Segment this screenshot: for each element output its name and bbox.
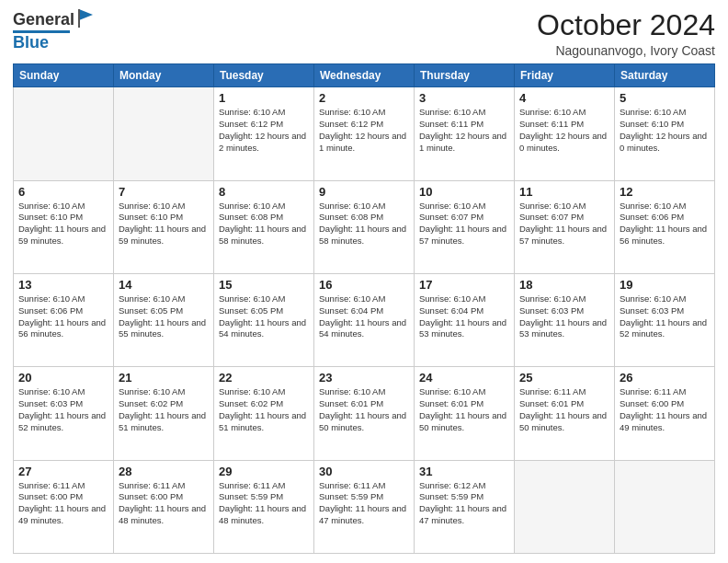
table-row: 30Sunrise: 6:11 AM Sunset: 5:59 PM Dayli… xyxy=(314,460,415,553)
day-number: 11 xyxy=(519,185,609,199)
location: Nagounanvogo, Ivory Coast xyxy=(537,43,715,58)
title-block: October 2024 Nagounanvogo, Ivory Coast xyxy=(537,9,715,58)
logo-blue-text: Blue xyxy=(13,33,49,52)
table-row: 9Sunrise: 6:10 AM Sunset: 6:08 PM Daylig… xyxy=(314,180,415,273)
table-row: 8Sunrise: 6:10 AM Sunset: 6:08 PM Daylig… xyxy=(214,180,314,273)
day-number: 31 xyxy=(419,465,509,478)
calendar-week-row: 13Sunrise: 6:10 AM Sunset: 6:06 PM Dayli… xyxy=(14,273,715,366)
day-info: Sunrise: 6:10 AM Sunset: 6:03 PM Dayligh… xyxy=(519,293,609,340)
table-row: 24Sunrise: 6:10 AM Sunset: 6:01 PM Dayli… xyxy=(415,367,515,460)
table-row: 1Sunrise: 6:10 AM Sunset: 6:12 PM Daylig… xyxy=(214,87,314,180)
day-number: 3 xyxy=(419,91,509,105)
calendar-week-row: 1Sunrise: 6:10 AM Sunset: 6:12 PM Daylig… xyxy=(14,87,715,180)
day-number: 28 xyxy=(119,465,209,478)
day-info: Sunrise: 6:10 AM Sunset: 6:07 PM Dayligh… xyxy=(519,201,609,247)
table-row: 4Sunrise: 6:10 AM Sunset: 6:11 PM Daylig… xyxy=(515,87,615,180)
day-number: 29 xyxy=(219,465,309,478)
col-monday: Monday xyxy=(114,64,214,87)
day-info: Sunrise: 6:10 AM Sunset: 6:05 PM Dayligh… xyxy=(119,293,209,340)
day-info: Sunrise: 6:10 AM Sunset: 6:12 PM Dayligh… xyxy=(219,107,309,154)
calendar-week-row: 27Sunrise: 6:11 AM Sunset: 6:00 PM Dayli… xyxy=(14,460,715,553)
day-number: 6 xyxy=(18,185,108,199)
table-row: 29Sunrise: 6:11 AM Sunset: 5:59 PM Dayli… xyxy=(214,460,314,553)
day-number: 17 xyxy=(419,278,509,292)
calendar-header-row: Sunday Monday Tuesday Wednesday Thursday… xyxy=(14,64,715,87)
table-row: 27Sunrise: 6:11 AM Sunset: 6:00 PM Dayli… xyxy=(14,460,114,553)
day-info: Sunrise: 6:10 AM Sunset: 6:02 PM Dayligh… xyxy=(119,386,209,433)
table-row: 11Sunrise: 6:10 AM Sunset: 6:07 PM Dayli… xyxy=(515,180,615,273)
day-info: Sunrise: 6:10 AM Sunset: 6:12 PM Dayligh… xyxy=(319,107,409,154)
day-number: 22 xyxy=(219,371,309,385)
table-row xyxy=(114,87,214,180)
day-number: 7 xyxy=(119,185,209,199)
day-number: 20 xyxy=(18,371,108,385)
day-info: Sunrise: 6:11 AM Sunset: 6:00 PM Dayligh… xyxy=(620,386,710,433)
day-number: 24 xyxy=(419,371,509,385)
page: General Blue October 2024 Nagounanvogo, … xyxy=(0,0,728,563)
svg-marker-0 xyxy=(79,9,93,20)
day-number: 13 xyxy=(18,278,108,292)
table-row: 5Sunrise: 6:10 AM Sunset: 6:10 PM Daylig… xyxy=(615,87,715,180)
table-row: 3Sunrise: 6:10 AM Sunset: 6:11 PM Daylig… xyxy=(415,87,515,180)
col-saturday: Saturday xyxy=(615,64,715,87)
day-info: Sunrise: 6:11 AM Sunset: 5:59 PM Dayligh… xyxy=(319,480,409,527)
day-number: 25 xyxy=(519,371,609,385)
day-info: Sunrise: 6:10 AM Sunset: 6:03 PM Dayligh… xyxy=(18,386,108,433)
header: General Blue October 2024 Nagounanvogo, … xyxy=(13,9,715,58)
day-info: Sunrise: 6:11 AM Sunset: 6:01 PM Dayligh… xyxy=(519,386,609,433)
day-info: Sunrise: 6:10 AM Sunset: 6:03 PM Dayligh… xyxy=(620,293,710,340)
day-number: 5 xyxy=(620,91,710,105)
table-row: 26Sunrise: 6:11 AM Sunset: 6:00 PM Dayli… xyxy=(615,367,715,460)
table-row xyxy=(615,460,715,553)
day-number: 9 xyxy=(319,185,409,199)
month-title: October 2024 xyxy=(537,9,715,41)
day-info: Sunrise: 6:12 AM Sunset: 5:59 PM Dayligh… xyxy=(419,480,509,527)
day-info: Sunrise: 6:10 AM Sunset: 6:04 PM Dayligh… xyxy=(419,293,509,340)
table-row: 28Sunrise: 6:11 AM Sunset: 6:00 PM Dayli… xyxy=(114,460,214,553)
day-info: Sunrise: 6:10 AM Sunset: 6:08 PM Dayligh… xyxy=(319,201,409,247)
day-info: Sunrise: 6:10 AM Sunset: 6:11 PM Dayligh… xyxy=(519,107,609,154)
day-number: 21 xyxy=(119,371,209,385)
day-number: 19 xyxy=(620,278,710,292)
table-row: 23Sunrise: 6:10 AM Sunset: 6:01 PM Dayli… xyxy=(314,367,415,460)
day-number: 27 xyxy=(18,465,108,478)
col-tuesday: Tuesday xyxy=(214,64,314,87)
day-number: 2 xyxy=(319,91,409,105)
day-number: 16 xyxy=(319,278,409,292)
table-row xyxy=(14,87,114,180)
table-row: 21Sunrise: 6:10 AM Sunset: 6:02 PM Dayli… xyxy=(114,367,214,460)
day-info: Sunrise: 6:10 AM Sunset: 6:10 PM Dayligh… xyxy=(620,107,710,154)
table-row: 6Sunrise: 6:10 AM Sunset: 6:10 PM Daylig… xyxy=(14,180,114,273)
day-info: Sunrise: 6:10 AM Sunset: 6:02 PM Dayligh… xyxy=(219,386,309,433)
svg-rect-1 xyxy=(78,9,80,28)
day-number: 23 xyxy=(319,371,409,385)
table-row: 14Sunrise: 6:10 AM Sunset: 6:05 PM Dayli… xyxy=(114,273,214,366)
col-wednesday: Wednesday xyxy=(314,64,415,87)
table-row: 22Sunrise: 6:10 AM Sunset: 6:02 PM Dayli… xyxy=(214,367,314,460)
logo-flag-icon xyxy=(76,7,95,29)
day-info: Sunrise: 6:10 AM Sunset: 6:04 PM Dayligh… xyxy=(319,293,409,340)
day-info: Sunrise: 6:11 AM Sunset: 6:00 PM Dayligh… xyxy=(119,480,209,527)
table-row: 19Sunrise: 6:10 AM Sunset: 6:03 PM Dayli… xyxy=(615,273,715,366)
table-row: 31Sunrise: 6:12 AM Sunset: 5:59 PM Dayli… xyxy=(415,460,515,553)
day-number: 15 xyxy=(219,278,309,292)
day-number: 1 xyxy=(219,91,309,105)
table-row: 18Sunrise: 6:10 AM Sunset: 6:03 PM Dayli… xyxy=(515,273,615,366)
day-number: 30 xyxy=(319,465,409,478)
table-row: 13Sunrise: 6:10 AM Sunset: 6:06 PM Dayli… xyxy=(14,273,114,366)
day-number: 4 xyxy=(519,91,609,105)
table-row: 7Sunrise: 6:10 AM Sunset: 6:10 PM Daylig… xyxy=(114,180,214,273)
col-friday: Friday xyxy=(515,64,615,87)
day-info: Sunrise: 6:10 AM Sunset: 6:10 PM Dayligh… xyxy=(18,201,108,247)
table-row: 16Sunrise: 6:10 AM Sunset: 6:04 PM Dayli… xyxy=(314,273,415,366)
day-info: Sunrise: 6:10 AM Sunset: 6:01 PM Dayligh… xyxy=(319,386,409,433)
day-info: Sunrise: 6:10 AM Sunset: 6:01 PM Dayligh… xyxy=(419,386,509,433)
col-sunday: Sunday xyxy=(14,64,114,87)
calendar-week-row: 6Sunrise: 6:10 AM Sunset: 6:10 PM Daylig… xyxy=(14,180,715,273)
day-number: 18 xyxy=(519,278,609,292)
table-row: 25Sunrise: 6:11 AM Sunset: 6:01 PM Dayli… xyxy=(515,367,615,460)
day-number: 26 xyxy=(620,371,710,385)
day-info: Sunrise: 6:11 AM Sunset: 5:59 PM Dayligh… xyxy=(219,480,309,527)
table-row: 10Sunrise: 6:10 AM Sunset: 6:07 PM Dayli… xyxy=(415,180,515,273)
day-number: 14 xyxy=(119,278,209,292)
